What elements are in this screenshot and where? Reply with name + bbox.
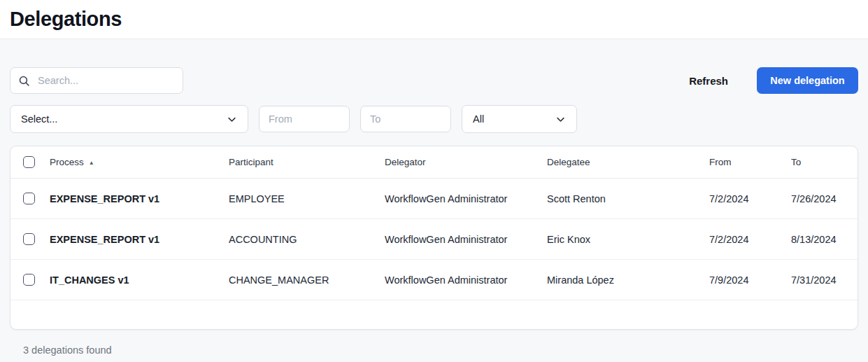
cell-process: EXPENSE_REPORT v1 bbox=[50, 193, 229, 204]
chevron-down-icon bbox=[227, 114, 237, 125]
page-title: Delegations bbox=[10, 8, 122, 31]
result-count: 3 delegations found bbox=[10, 344, 858, 356]
toolbar: Refresh New delegation bbox=[10, 67, 858, 94]
cell-process: EXPENSE_REPORT v1 bbox=[50, 234, 229, 245]
cell-from: 7/9/2024 bbox=[709, 274, 791, 286]
row-select-cell bbox=[10, 233, 50, 245]
filter-row: Select... All bbox=[10, 105, 858, 133]
cell-from: 7/2/2024 bbox=[709, 193, 791, 204]
cell-delegatee: Miranda López bbox=[547, 274, 709, 286]
column-header-from[interactable]: From bbox=[709, 157, 791, 167]
cell-to: 7/31/2024 bbox=[791, 274, 858, 286]
table-row[interactable]: EXPENSE_REPORT v1 EMPLOYEE WorkflowGen A… bbox=[10, 179, 858, 219]
cell-to: 8/13/2024 bbox=[791, 234, 858, 245]
search-box[interactable] bbox=[10, 67, 183, 94]
cell-participant: ACCOUNTING bbox=[229, 234, 385, 245]
cell-delegator: WorkflowGen Administrator bbox=[385, 234, 547, 245]
column-header-delegatee[interactable]: Delegatee bbox=[547, 157, 709, 167]
cell-delegatee: Scott Renton bbox=[547, 193, 709, 204]
select-all-checkbox[interactable] bbox=[23, 156, 35, 168]
cell-from: 7/2/2024 bbox=[709, 234, 791, 245]
date-to-input[interactable] bbox=[360, 106, 451, 132]
cell-process: IT_CHANGES v1 bbox=[50, 274, 229, 286]
row-select-cell bbox=[10, 193, 50, 204]
page-header: Delegations bbox=[0, 0, 868, 39]
row-select-cell bbox=[10, 274, 50, 286]
process-filter-value: Select... bbox=[21, 113, 57, 125]
search-input[interactable] bbox=[36, 74, 175, 87]
table-header-row: Process▲ Participant Delegator Delegatee… bbox=[10, 146, 858, 179]
row-checkbox[interactable] bbox=[23, 193, 35, 204]
delegations-table: Process▲ Participant Delegator Delegatee… bbox=[10, 146, 858, 330]
process-filter-select[interactable]: Select... bbox=[10, 105, 248, 133]
sort-ascending-icon: ▲ bbox=[89, 160, 94, 166]
column-header-to[interactable]: To bbox=[791, 157, 858, 167]
cell-participant: CHANGE_MANAGER bbox=[229, 274, 385, 286]
cell-delegator: WorkflowGen Administrator bbox=[385, 274, 547, 286]
cell-to: 7/26/2024 bbox=[791, 193, 858, 204]
table-row[interactable]: EXPENSE_REPORT v1 ACCOUNTING WorkflowGen… bbox=[10, 219, 858, 260]
main-content: Refresh New delegation Select... All bbox=[0, 67, 868, 356]
select-all-cell bbox=[10, 156, 50, 168]
row-checkbox[interactable] bbox=[23, 233, 35, 245]
table-empty-space bbox=[10, 300, 858, 329]
cell-delegatee: Eric Knox bbox=[547, 234, 709, 245]
status-filter-value: All bbox=[473, 113, 484, 125]
date-from-input[interactable] bbox=[259, 106, 350, 132]
column-header-participant[interactable]: Participant bbox=[229, 157, 385, 167]
row-checkbox[interactable] bbox=[23, 274, 35, 286]
table-row[interactable]: IT_CHANGES v1 CHANGE_MANAGER WorkflowGen… bbox=[10, 260, 858, 300]
new-delegation-button[interactable]: New delegation bbox=[757, 67, 858, 94]
chevron-down-icon bbox=[555, 114, 566, 125]
status-filter-select[interactable]: All bbox=[462, 105, 577, 133]
column-header-delegator[interactable]: Delegator bbox=[385, 157, 547, 167]
column-header-process[interactable]: Process▲ bbox=[50, 157, 229, 167]
refresh-button[interactable]: Refresh bbox=[682, 71, 735, 91]
search-icon bbox=[18, 75, 30, 87]
cell-participant: EMPLOYEE bbox=[229, 193, 385, 204]
cell-delegator: WorkflowGen Administrator bbox=[385, 193, 547, 204]
